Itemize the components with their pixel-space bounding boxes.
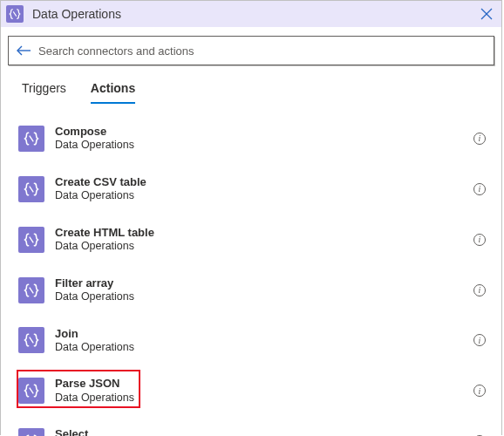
- braces-icon: [18, 126, 44, 152]
- action-subtitle: Data Operations: [55, 139, 473, 153]
- action-text: JoinData Operations: [55, 327, 473, 355]
- braces-icon: [18, 428, 44, 436]
- action-subtitle: Data Operations: [55, 392, 473, 405]
- action-item[interactable]: Create CSV tableData Operationsi: [18, 170, 491, 208]
- search-row: [1, 27, 501, 65]
- action-item[interactable]: Create HTML tableData Operationsi: [18, 221, 491, 259]
- search-box[interactable]: [8, 36, 494, 65]
- tab-triggers[interactable]: Triggers: [22, 81, 66, 104]
- info-icon[interactable]: i: [473, 284, 486, 296]
- info-icon[interactable]: i: [473, 234, 486, 246]
- braces-icon: [18, 176, 44, 202]
- action-subtitle: Data Operations: [55, 341, 473, 355]
- action-item[interactable]: JoinData Operationsi: [18, 322, 491, 360]
- action-title: Create HTML table: [55, 226, 473, 240]
- svg-line-5: [30, 186, 34, 192]
- braces-icon: [18, 327, 44, 353]
- action-subtitle: Data Operations: [55, 240, 473, 254]
- action-subtitle: Data Operations: [55, 189, 473, 203]
- action-subtitle: Data Operations: [55, 290, 473, 304]
- action-text: ComposeData Operations: [55, 125, 473, 153]
- panel-header: Data Operations: [1, 1, 501, 27]
- panel-title: Data Operations: [32, 7, 480, 21]
- connector-icon: [6, 5, 24, 23]
- action-title: Join: [55, 327, 473, 341]
- svg-line-0: [13, 11, 17, 16]
- back-arrow-icon[interactable]: [16, 44, 31, 57]
- action-title: Select: [55, 427, 473, 436]
- data-operations-panel: Data Operations Triggers Actions Compo: [0, 0, 502, 435]
- braces-icon: [18, 378, 44, 404]
- action-text: Parse JSONData Operations: [55, 377, 473, 405]
- info-icon[interactable]: i: [473, 385, 486, 397]
- action-text: Filter arrayData Operations: [55, 276, 473, 304]
- action-text: SelectData Operations: [55, 427, 473, 436]
- action-text: Create CSV tableData Operations: [55, 175, 473, 203]
- tab-actions[interactable]: Actions: [91, 81, 135, 104]
- info-icon[interactable]: i: [473, 334, 486, 346]
- action-item[interactable]: SelectData Operationsi: [18, 422, 491, 436]
- action-item[interactable]: Parse JSONData Operationsi: [18, 371, 491, 410]
- action-item[interactable]: ComposeData Operationsi: [18, 119, 491, 158]
- search-input[interactable]: [38, 44, 487, 58]
- braces-icon: [18, 227, 44, 253]
- info-icon[interactable]: i: [473, 183, 486, 195]
- braces-icon: [18, 277, 44, 303]
- action-title: Create CSV table: [55, 175, 473, 189]
- action-text: Create HTML tableData Operations: [55, 226, 473, 254]
- action-title: Compose: [55, 125, 473, 139]
- actions-list: ComposeData Operationsi Create CSV table…: [1, 104, 501, 436]
- action-title: Parse JSON: [55, 377, 473, 391]
- close-button[interactable]: [480, 8, 493, 20]
- info-icon[interactable]: i: [473, 133, 486, 145]
- tabs: Triggers Actions: [1, 65, 501, 104]
- svg-line-6: [30, 236, 34, 242]
- svg-line-8: [30, 337, 34, 344]
- svg-line-9: [30, 388, 34, 394]
- svg-line-7: [30, 287, 34, 293]
- svg-line-4: [30, 136, 34, 142]
- action-item[interactable]: Filter arrayData Operationsi: [18, 271, 491, 310]
- action-title: Filter array: [55, 276, 473, 290]
